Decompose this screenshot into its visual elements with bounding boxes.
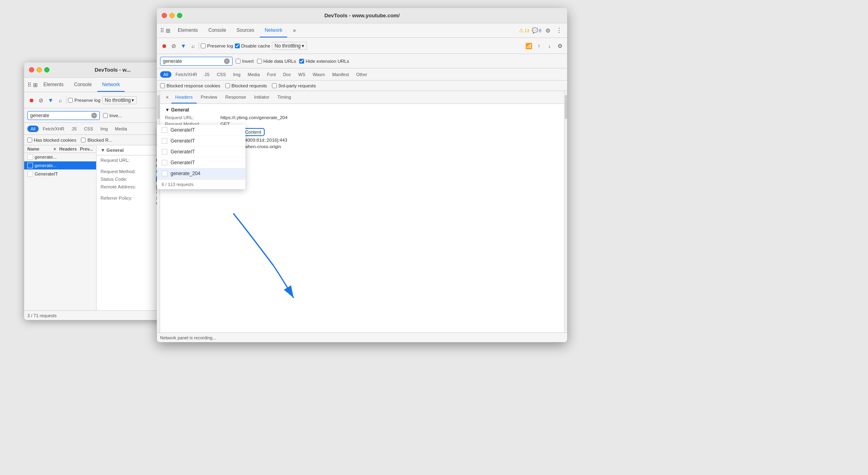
back-filter-button[interactable]: ▼ bbox=[47, 96, 55, 104]
front-scrollbar-thumb[interactable] bbox=[157, 95, 160, 119]
front-filter-js[interactable]: JS bbox=[201, 71, 213, 78]
back-close-button[interactable] bbox=[29, 67, 34, 72]
back-filter-js[interactable]: JS bbox=[68, 126, 80, 132]
front-settings-tab-button[interactable]: ⚙ bbox=[544, 27, 552, 35]
front-detail-scrollbar-thumb[interactable] bbox=[565, 95, 567, 119]
front-disable-cache-input[interactable] bbox=[235, 43, 240, 48]
front-tab-sources[interactable]: Sources bbox=[232, 23, 259, 37]
front-third-party-checkbox[interactable]: 3rd-party requests bbox=[272, 83, 316, 88]
back-throttling-dropdown[interactable]: No throttling ▾ bbox=[102, 96, 137, 104]
dropdown-item-2[interactable]: GenerateIT bbox=[157, 136, 245, 147]
back-filter-img[interactable]: Img bbox=[97, 126, 111, 132]
back-filter-all[interactable]: All bbox=[27, 126, 39, 132]
front-filter-img[interactable]: Img bbox=[230, 71, 244, 78]
front-blocked-cookies-input[interactable] bbox=[160, 83, 165, 88]
back-search-clear[interactable]: × bbox=[91, 113, 97, 118]
front-filter-all[interactable]: All bbox=[160, 71, 171, 78]
dropdown-checkbox-1[interactable] bbox=[162, 127, 167, 133]
front-search-input[interactable]: generate × bbox=[160, 57, 232, 66]
back-preserve-log-checkbox[interactable]: Preserve log bbox=[68, 98, 101, 103]
front-tab-elements[interactable]: Elements bbox=[173, 23, 203, 37]
front-network-settings-button[interactable]: ⚙ bbox=[556, 42, 564, 50]
back-tab-console[interactable]: Console bbox=[69, 78, 97, 92]
front-device-icon[interactable]: ⊞ bbox=[166, 27, 171, 34]
front-blocked-requests-checkbox[interactable]: Blocked requests bbox=[225, 83, 267, 88]
front-tab-response[interactable]: Response bbox=[221, 91, 250, 103]
back-search-input[interactable]: generate × bbox=[27, 111, 100, 120]
front-search-clear[interactable]: × bbox=[224, 58, 230, 64]
front-invert-input[interactable] bbox=[236, 59, 241, 64]
back-clear-button[interactable]: ⊘ bbox=[37, 96, 45, 104]
front-third-party-input[interactable] bbox=[272, 83, 277, 88]
front-pointer-icon[interactable]: ⠿ bbox=[160, 27, 164, 34]
back-filter-css[interactable]: CSS bbox=[81, 126, 97, 132]
back-preserve-log-input[interactable] bbox=[68, 98, 73, 103]
dropdown-item-3[interactable]: GenerateIT bbox=[157, 147, 245, 157]
dropdown-checkbox-2[interactable] bbox=[162, 138, 167, 144]
back-tab-network[interactable]: Network bbox=[97, 78, 125, 92]
dropdown-item-5[interactable]: generate_204 bbox=[157, 168, 245, 179]
front-hide-extension-urls-checkbox[interactable]: Hide extension URLs bbox=[299, 59, 349, 64]
front-hide-data-urls-checkbox[interactable]: Hide data URLs bbox=[257, 59, 296, 64]
front-filter-ws[interactable]: WS bbox=[295, 71, 309, 78]
back-minimize-button[interactable] bbox=[37, 67, 42, 72]
front-minimize-button[interactable] bbox=[169, 13, 175, 18]
front-tab-network[interactable]: Network bbox=[260, 23, 287, 37]
front-preserve-log-checkbox[interactable]: Preserve log bbox=[201, 43, 233, 48]
back-network-item-3[interactable]: GenerateIT bbox=[24, 170, 96, 178]
front-blocked-cookies-checkbox[interactable]: Blocked response cookies bbox=[160, 83, 220, 88]
back-maximize-button[interactable] bbox=[44, 67, 49, 72]
front-filter-fetch[interactable]: Fetch/XHR bbox=[172, 71, 200, 78]
back-blocked-cookies-checkbox[interactable]: Has blocked cookies bbox=[27, 138, 76, 142]
front-close-button[interactable] bbox=[162, 13, 167, 18]
front-tab-preview[interactable]: Preview bbox=[197, 91, 221, 103]
dropdown-checkbox-3[interactable] bbox=[162, 149, 167, 155]
front-filter-font[interactable]: Font bbox=[264, 71, 279, 78]
dropdown-item-1[interactable]: GenerateIT bbox=[157, 125, 245, 136]
front-filter-wasm[interactable]: Wasm bbox=[309, 71, 328, 78]
back-filter-fetch[interactable]: Fetch/XHR bbox=[39, 126, 68, 132]
dropdown-item-4[interactable]: GenerateIT bbox=[157, 157, 245, 168]
front-invert-checkbox[interactable]: Invert bbox=[236, 59, 254, 64]
front-more-menu-button[interactable]: ⋮ bbox=[554, 27, 564, 34]
front-clear-button[interactable]: ⊘ bbox=[170, 42, 178, 50]
back-tab-elements[interactable]: Elements bbox=[39, 78, 68, 92]
back-search-button[interactable]: ⌕ bbox=[56, 96, 64, 104]
front-blocked-requests-input[interactable] bbox=[225, 83, 230, 88]
back-network-item-1[interactable]: generate... bbox=[24, 153, 96, 161]
back-record-button[interactable]: ⏺ bbox=[27, 96, 35, 104]
front-filter-other[interactable]: Other bbox=[353, 71, 370, 78]
front-filter-button[interactable]: ▼ bbox=[179, 42, 187, 50]
front-tab-initiator[interactable]: Initiator bbox=[250, 91, 274, 103]
dropdown-checkbox-5[interactable] bbox=[162, 171, 167, 176]
back-invert-input[interactable] bbox=[103, 113, 108, 118]
front-hide-extension-urls-input[interactable] bbox=[299, 59, 304, 64]
front-hide-data-urls-input[interactable] bbox=[257, 59, 262, 64]
front-filter-manifest[interactable]: Manifest bbox=[329, 71, 352, 78]
front-detail-close-button[interactable]: × bbox=[163, 93, 171, 102]
back-blocked-requests-checkbox[interactable]: Blocked R... bbox=[81, 138, 112, 142]
front-preserve-log-input[interactable] bbox=[201, 43, 206, 48]
back-close-col[interactable]: × bbox=[53, 147, 56, 151]
front-record-button[interactable]: ⏺ bbox=[160, 42, 168, 50]
front-download-button[interactable]: ↓ bbox=[545, 42, 553, 50]
front-wifi-icon[interactable]: 📶 bbox=[525, 42, 533, 50]
front-disable-cache-checkbox[interactable]: Disable cache bbox=[235, 43, 270, 48]
back-blocked-requests-input[interactable] bbox=[81, 138, 86, 142]
front-throttling-dropdown[interactable]: No throttling ▾ bbox=[272, 42, 307, 50]
front-filter-doc[interactable]: Doc bbox=[280, 71, 294, 78]
dropdown-checkbox-4[interactable] bbox=[162, 160, 167, 165]
back-filter-media[interactable]: Media bbox=[112, 126, 130, 132]
front-more-tabs-btn[interactable]: » bbox=[288, 23, 301, 37]
front-search-button[interactable]: ⌕ bbox=[189, 42, 197, 50]
back-network-item-2-selected[interactable]: generate... bbox=[24, 161, 96, 170]
back-invert-checkbox[interactable]: Inve... bbox=[103, 113, 122, 118]
front-tab-headers[interactable]: Headers bbox=[171, 91, 197, 103]
front-filter-css[interactable]: CSS bbox=[214, 71, 229, 78]
back-blocked-cookies-input[interactable] bbox=[27, 138, 32, 142]
front-tab-timing[interactable]: Timing bbox=[273, 91, 295, 103]
front-filter-media[interactable]: Media bbox=[245, 71, 263, 78]
front-maximize-button[interactable] bbox=[177, 13, 182, 18]
front-tab-console[interactable]: Console bbox=[204, 23, 231, 37]
front-upload-button[interactable]: ↑ bbox=[535, 42, 543, 50]
